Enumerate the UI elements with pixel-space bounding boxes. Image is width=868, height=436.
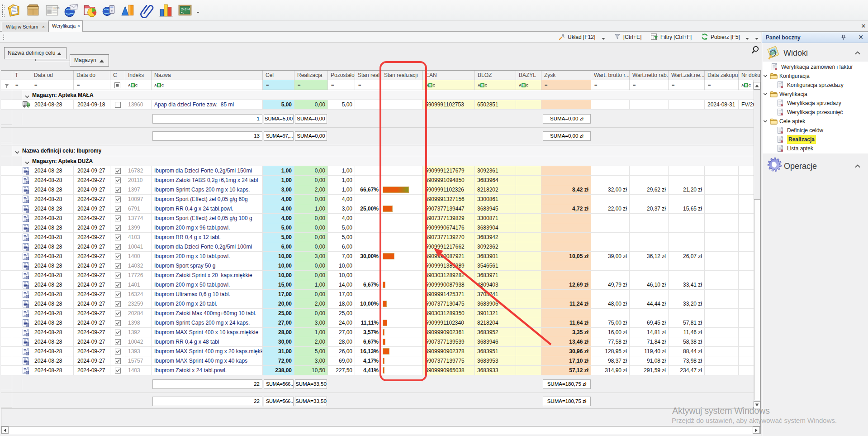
svg-text:2+2=4: 2+2=4 [181,8,190,11]
svg-text:News: News [53,6,60,9]
